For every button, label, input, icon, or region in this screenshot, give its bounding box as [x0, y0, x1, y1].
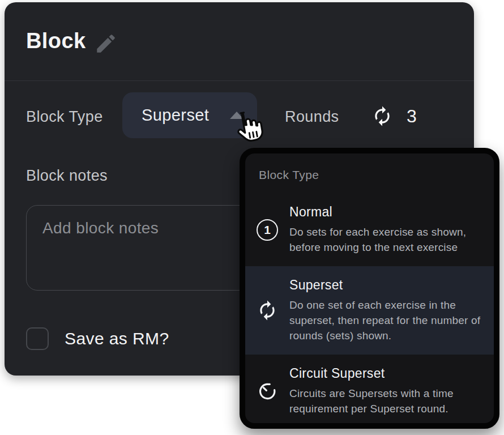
dropdown-option-superset[interactable]: Superset Do one set of each exercise in … [245, 266, 494, 355]
rounds-value: 3 [407, 106, 417, 127]
repeat-icon [371, 105, 393, 127]
save-as-rm-checkbox[interactable] [26, 327, 49, 350]
repeat-icon [245, 300, 289, 321]
dropdown-header: Block Type [259, 168, 494, 182]
block-type-value: Superset [142, 106, 217, 125]
dropdown-option-normal[interactable]: 1 Normal Do sets for each exercise as sh… [245, 193, 494, 266]
block-notes-label: Block notes [26, 167, 108, 185]
save-as-rm-label: Save as RM? [65, 329, 169, 348]
option-title: Superset [289, 278, 481, 293]
block-type-label: Block Type [26, 108, 103, 126]
option-title: Circuit Superset [289, 366, 481, 381]
rounds-label: Rounds [285, 108, 339, 126]
block-type-dropdown: Block Type 1 Normal Do sets for each exe… [240, 148, 499, 429]
page-title: Block [26, 28, 86, 53]
option-description: Do one set of each exercise in the super… [289, 297, 481, 343]
header-divider [5, 80, 474, 81]
screen: Block Block Type Superset Rounds 3 Block… [0, 0, 504, 435]
option-description: Circuits are Supersets with a time requi… [289, 386, 481, 416]
dropdown-option-circuit-superset[interactable]: Circuit Superset Circuits are Supersets … [245, 355, 494, 428]
rounds-control[interactable]: 3 [371, 105, 417, 127]
edit-pencil-icon[interactable] [94, 32, 118, 56]
timer-icon [245, 381, 289, 402]
option-title: Normal [289, 204, 481, 220]
caret-up-icon [230, 112, 244, 119]
option-description: Do sets for each exercise as shown, befo… [289, 224, 481, 255]
number-one-circle-icon: 1 [245, 219, 289, 241]
block-type-select[interactable]: Superset [122, 92, 257, 138]
